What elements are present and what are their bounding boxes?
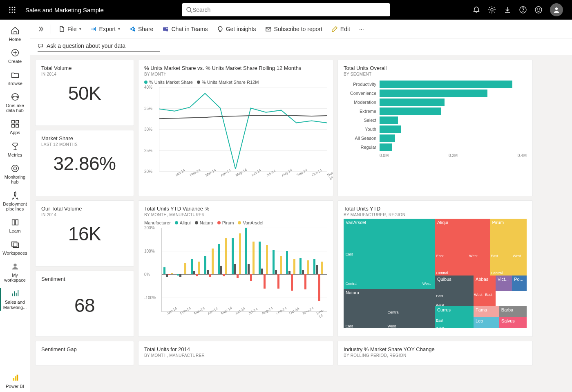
card-total-units-2014[interactable]: Total Units for 2014 BY MONTH, MANUFACTU… — [138, 341, 333, 365]
app-launcher-icon[interactable] — [5, 2, 20, 17]
share-button[interactable]: Share — [126, 24, 156, 34]
nav-browse[interactable]: Browse — [0, 67, 30, 89]
btn-label: Edit — [340, 26, 350, 32]
svg-point-5 — [14, 9, 16, 11]
nav-label: Monitoring hub — [1, 175, 29, 184]
svg-point-9 — [187, 7, 191, 11]
nav-create[interactable]: Create — [0, 45, 30, 67]
btn-label: Export — [99, 26, 116, 32]
svg-rect-26 — [11, 242, 17, 246]
nav-monitoring[interactable]: Monitoring hub — [0, 161, 30, 188]
svg-point-14 — [535, 7, 542, 13]
card-title: Sentiment Gap — [41, 346, 128, 352]
nav-sales-marketing[interactable]: Sales and Marketing... — [0, 286, 30, 313]
kpi-value: 16K — [41, 223, 128, 245]
grouped-bar-chart: -100%0%100%200%Jan-14Feb-14Mar-14Apr-14M… — [144, 228, 327, 318]
card-title: Sentiment — [41, 276, 128, 282]
svg-rect-29 — [13, 378, 14, 381]
card-title: Industry % Market Share YOY Change — [344, 346, 527, 352]
line-chart: 20%25%30%35%40%Jan-14Feb-14Mar-14Apr-14M… — [144, 87, 327, 177]
help-icon[interactable] — [519, 6, 527, 14]
svg-point-2 — [14, 7, 16, 8]
card-subtitle: BY ROLLING PERIOD, REGION — [344, 353, 527, 358]
app-title: Sales and Marketing Sample — [25, 7, 104, 13]
nav-label: Workspaces — [2, 251, 27, 255]
settings-icon[interactable] — [488, 6, 496, 14]
card-units-market-share[interactable]: % Units Market Share vs. % Units Market … — [138, 60, 333, 196]
search-wrap — [104, 3, 468, 16]
nav-label: Learn — [9, 228, 20, 233]
nav-home[interactable]: Home — [0, 23, 30, 45]
get-insights-button[interactable]: Get insights — [214, 24, 259, 34]
svg-rect-20 — [11, 121, 14, 123]
nav-metrics[interactable]: Metrics — [0, 139, 30, 161]
card-subtitle: BY MONTH — [144, 72, 327, 76]
download-icon[interactable] — [503, 6, 512, 14]
card-subtitle: BY SEGMENT — [344, 72, 527, 76]
nav-my-workspace[interactable]: My workspace — [0, 259, 30, 286]
nav-apps[interactable]: Apps — [0, 116, 30, 138]
ask-a-question-input[interactable]: Ask a question about your data — [38, 42, 160, 52]
chevron-down-icon: ▾ — [79, 27, 81, 31]
search-input[interactable] — [192, 7, 386, 13]
chat-icon — [38, 43, 43, 49]
notifications-icon[interactable] — [472, 6, 480, 14]
hbar-chart: ProductivityConvenienceModerationExtreme… — [344, 81, 527, 158]
edit-button[interactable]: Edit — [328, 24, 353, 34]
card-title: Total Units YTD — [344, 206, 527, 212]
svg-rect-23 — [16, 125, 18, 127]
card-sentiment[interactable]: Sentiment 68 — [35, 271, 134, 337]
card-total-units-ytd[interactable]: Total Units YTD BY MANUFACTURER, REGION … — [337, 200, 533, 337]
chart-legend: % Units Market Share% Units Market Share… — [144, 80, 327, 85]
nav-powerbi[interactable]: Power BI — [0, 370, 30, 392]
ask-row: Ask a question about your data — [30, 38, 572, 55]
nav-label: Browse — [7, 81, 22, 86]
card-title: Total Units Overall — [344, 65, 527, 71]
file-button[interactable]: File▾ — [55, 24, 85, 34]
card-title: Total Volume — [41, 65, 128, 71]
top-icons — [468, 3, 567, 16]
nav-deploy[interactable]: Deployment pipelines — [0, 188, 30, 215]
card-total-volume[interactable]: Total Volume IN 2014 50K — [35, 60, 134, 126]
btn-label: File — [67, 26, 77, 32]
card-subtitle: IN 2014 — [41, 213, 128, 217]
more-button[interactable]: ··· — [356, 24, 367, 34]
card-title: % Units Market Share vs. % Units Market … — [144, 65, 327, 71]
card-subtitle: BY MONTH, MANUFACTURER — [144, 353, 327, 358]
nav-label: Create — [8, 59, 22, 64]
card-market-share[interactable]: Market Share LAST 12 MONTHS 32.86% — [35, 130, 134, 196]
nav-learn[interactable]: Learn — [0, 215, 30, 237]
subscribe-button[interactable]: Subscribe to report — [262, 24, 326, 34]
nav-label: Power BI — [6, 384, 24, 389]
kpi-value: 68 — [41, 294, 128, 316]
card-subtitle: LAST 12 MONTHS — [41, 142, 128, 147]
account-avatar[interactable] — [550, 3, 563, 16]
search-box[interactable] — [182, 3, 390, 16]
svg-point-8 — [14, 12, 16, 13]
kpi-value: 32.86% — [41, 152, 128, 175]
nav-label: Metrics — [8, 152, 22, 157]
svg-rect-31 — [16, 375, 18, 381]
feedback-icon[interactable] — [534, 6, 543, 14]
card-total-units-overall[interactable]: Total Units Overall BY SEGMENT Productiv… — [337, 60, 533, 196]
card-units-ytd-variance[interactable]: Total Units YTD Variance % BY MONTH, MAN… — [138, 200, 333, 337]
chart-legend: ManufacturerAliquiNaturaPirumVanArsdel — [144, 220, 327, 225]
nav-label: Apps — [10, 130, 20, 135]
svg-point-13 — [523, 11, 523, 12]
expand-pane-icon[interactable] — [34, 25, 47, 34]
card-sentiment-gap[interactable]: Sentiment Gap — [35, 341, 134, 365]
nav-label: Sales and Marketing... — [1, 300, 29, 309]
card-industry-share[interactable]: Industry % Market Share YOY Change BY RO… — [337, 341, 533, 365]
nav-workspaces[interactable]: Workspaces — [0, 237, 30, 259]
export-button[interactable]: Export▾ — [87, 24, 123, 34]
svg-point-7 — [12, 12, 13, 13]
nav-onelake[interactable]: OneLake data hub — [0, 89, 30, 116]
card-our-total-volume[interactable]: Our Total Volume IN 2014 16K — [35, 200, 134, 267]
svg-point-6 — [9, 12, 11, 13]
card-title: Total Units for 2014 — [144, 346, 327, 352]
btn-label: Chat in Teams — [171, 26, 208, 32]
chat-teams-button[interactable]: Chat in Teams — [159, 24, 211, 34]
nav-label: My workspace — [1, 273, 29, 282]
kpi-value: 50K — [41, 82, 128, 104]
svg-rect-22 — [11, 125, 14, 127]
